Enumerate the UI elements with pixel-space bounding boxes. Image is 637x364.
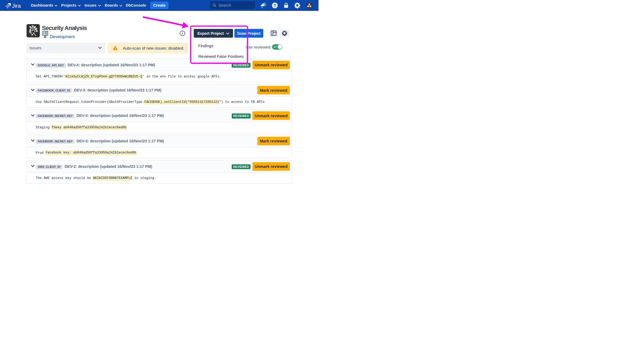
svg-text:?: ? bbox=[274, 3, 276, 7]
